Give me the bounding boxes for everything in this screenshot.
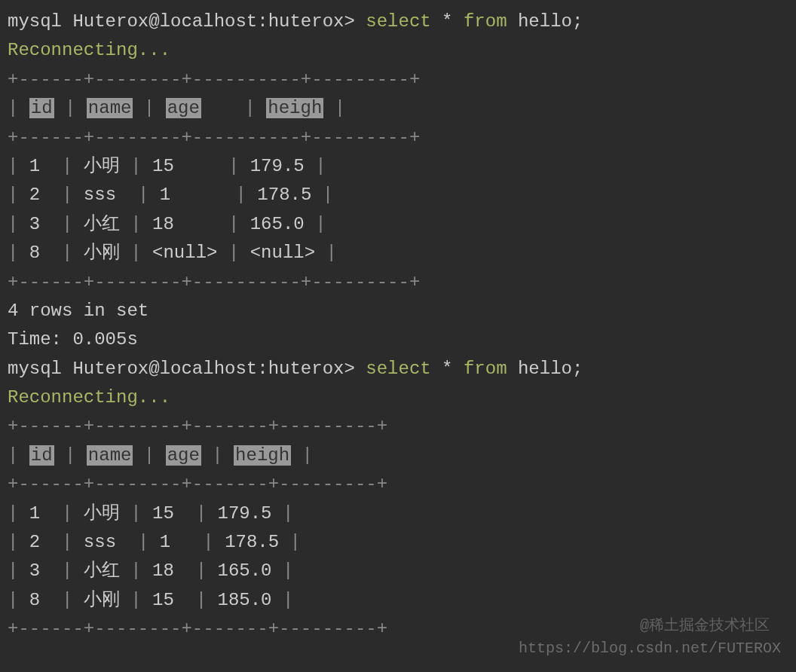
cell-id: 2 — [29, 532, 40, 552]
cell-age: 15 — [152, 503, 174, 524]
cell-age: 18 — [152, 561, 174, 581]
cell-age: 18 — [152, 214, 174, 234]
watermark-url: https://blog.csdn.net/FUTEROX — [519, 637, 781, 661]
from-keyword: from — [464, 359, 507, 379]
cell-heigh: 179.5 — [250, 156, 305, 176]
table-border-mid: +------+--------+----------+---------+ — [8, 127, 420, 148]
col-header-heigh: heigh — [234, 445, 291, 466]
table-border-mid: +------+--------+-------+---------+ — [8, 474, 387, 494]
cell-age: <null> — [152, 243, 217, 263]
terminal-output: mysql Huterox@localhost:huterox> select … — [8, 8, 788, 644]
table-border-top: +------+--------+-------+---------+ — [8, 416, 387, 436]
mysql-prompt: mysql Huterox@localhost:huterox> — [8, 359, 366, 379]
col-header-heigh: heigh — [266, 98, 323, 118]
query-block-1: mysql Huterox@localhost:huterox> select … — [8, 8, 788, 644]
cell-age: 15 — [152, 590, 174, 610]
cell-id: 1 — [29, 503, 40, 524]
col-header-name: name — [87, 98, 133, 118]
table-border-top: +------+--------+----------+---------+ — [8, 69, 420, 90]
cell-id: 2 — [29, 185, 40, 205]
reconnecting-status: Reconnecting... — [8, 40, 170, 60]
cell-id: 8 — [29, 590, 40, 610]
cell-heigh: 185.0 — [218, 590, 272, 610]
select-keyword: select — [366, 11, 430, 32]
col-header-name: name — [87, 445, 133, 466]
cell-id: 1 — [29, 156, 40, 176]
cell-heigh: 178.5 — [225, 532, 279, 552]
rows-summary: 4 rows in set — [8, 301, 148, 321]
cell-heigh: 178.5 — [257, 185, 311, 205]
asterisk: * — [442, 359, 452, 379]
cell-name: sss — [84, 532, 116, 552]
table-name: hello; — [518, 11, 583, 32]
cell-heigh: 165.0 — [250, 214, 305, 234]
col-header-age: age — [166, 98, 201, 118]
cell-heigh: 179.5 — [218, 503, 272, 524]
cell-name: 小刚 — [84, 243, 120, 263]
col-header-id: id — [29, 445, 54, 466]
cell-id: 8 — [29, 243, 40, 263]
cell-id: 3 — [29, 214, 40, 234]
cell-name: 小红 — [84, 214, 120, 234]
col-header-age: age — [166, 445, 201, 466]
cell-name: 小明 — [84, 503, 120, 524]
watermark-cn: @稀土掘金技术社区 — [640, 614, 770, 638]
cell-heigh: <null> — [250, 243, 315, 263]
cell-name: 小刚 — [84, 590, 120, 610]
table-name: hello; — [518, 359, 583, 379]
cell-age: 1 — [160, 532, 170, 552]
table-border-bot: +------+--------+----------+---------+ — [8, 272, 420, 292]
select-keyword: select — [366, 359, 430, 379]
reconnecting-status: Reconnecting... — [8, 387, 170, 408]
execution-time: Time: 0.005s — [8, 329, 138, 350]
cell-name: sss — [84, 185, 116, 205]
cell-age: 1 — [160, 185, 170, 205]
table-border-bot: +------+--------+-------+---------+ — [8, 619, 387, 639]
from-keyword: from — [464, 11, 507, 32]
cell-name: 小红 — [84, 561, 120, 581]
cell-id: 3 — [29, 561, 40, 581]
mysql-prompt: mysql Huterox@localhost:huterox> — [8, 11, 366, 32]
col-header-id: id — [29, 98, 54, 118]
cell-heigh: 165.0 — [218, 561, 272, 581]
asterisk: * — [442, 11, 452, 32]
cell-name: 小明 — [84, 156, 120, 176]
cell-age: 15 — [152, 156, 174, 176]
